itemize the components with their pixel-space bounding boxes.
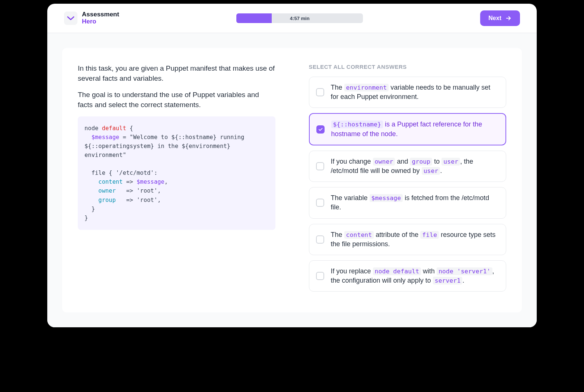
answer-text-3: If you change owner and group to user, t… (331, 157, 500, 176)
arrow-right-icon (505, 15, 512, 22)
answer-option-6[interactable]: If you replace node default with node 's… (309, 260, 507, 292)
next-button-label: Next (488, 15, 501, 22)
answer-option-2[interactable]: ${::hostname} is a Puppet fact reference… (309, 113, 507, 145)
answer-checkbox-5[interactable] (316, 235, 324, 244)
answer-checkbox-6[interactable] (316, 272, 324, 280)
code-block: node default { $message = "Welcome to ${… (78, 116, 275, 229)
answer-option-1[interactable]: The environment variable needs to be man… (309, 77, 507, 108)
brand-logo: Assessment Hero (64, 11, 119, 25)
answers-column: SELECT ALL CORRECT ANSWERS The environme… (309, 64, 507, 297)
brand-name-line2: Hero (82, 18, 119, 25)
intro-paragraph-2: The goal is to understand the use of Pup… (78, 90, 275, 110)
answer-option-5[interactable]: The content attribute of the file resour… (309, 224, 507, 255)
question-card: In this task, you are given a Puppet man… (62, 48, 522, 312)
answer-option-3[interactable]: If you change owner and group to user, t… (309, 151, 507, 182)
answer-checkbox-1[interactable] (316, 88, 324, 96)
app-window: Assessment Hero 4:57 min Next In this ta… (47, 4, 537, 327)
answer-text-2: ${::hostname} is a Puppet fact reference… (331, 120, 499, 138)
header-bar: Assessment Hero 4:57 min Next (47, 4, 537, 33)
answer-text-5: The content attribute of the file resour… (331, 230, 500, 249)
answers-heading: SELECT ALL CORRECT ANSWERS (309, 64, 507, 70)
brand-name-line1: Assessment (82, 11, 119, 18)
answer-option-4[interactable]: The variable $message is fetched from th… (309, 187, 507, 218)
answer-checkbox-2[interactable] (316, 125, 325, 134)
timer-text: 4:57 min (236, 16, 363, 21)
timer-progress-bar: 4:57 min (236, 13, 363, 23)
check-icon (318, 127, 323, 132)
question-column: In this task, you are given a Puppet man… (78, 64, 275, 297)
brand-logo-icon (64, 12, 77, 25)
answer-text-6: If you replace node default with node 's… (331, 267, 500, 285)
answer-text-1: The environment variable needs to be man… (331, 83, 500, 102)
answer-checkbox-4[interactable] (316, 199, 324, 207)
answer-text-4: The variable $message is fetched from th… (331, 193, 500, 212)
content-area: In this task, you are given a Puppet man… (47, 33, 537, 327)
next-button[interactable]: Next (480, 10, 520, 26)
answer-checkbox-3[interactable] (316, 162, 324, 170)
intro-paragraph-1: In this task, you are given a Puppet man… (78, 64, 275, 83)
